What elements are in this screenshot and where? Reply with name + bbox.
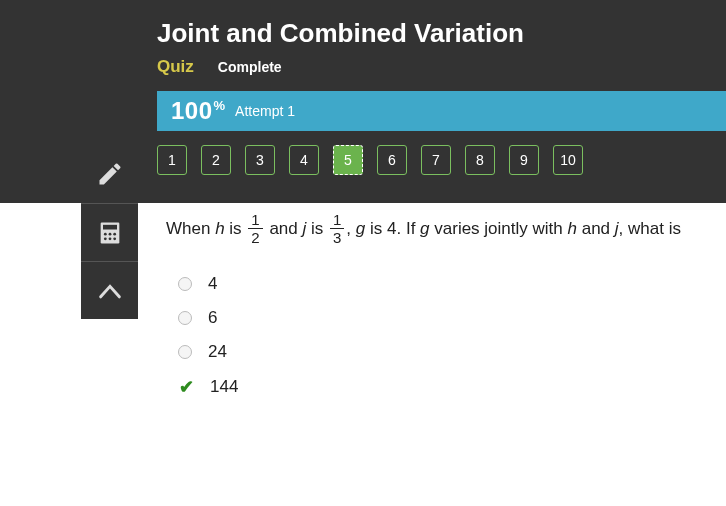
svg-point-3: [108, 232, 111, 235]
qnav-4[interactable]: 4: [289, 145, 319, 175]
calculator-tool[interactable]: [81, 203, 138, 261]
svg-point-2: [103, 232, 106, 235]
radio-icon: [178, 345, 192, 359]
svg-point-4: [113, 232, 116, 235]
question-text: When h is 12 and j is 13, g is 4. If g v…: [166, 213, 726, 246]
compass-tool[interactable]: [81, 261, 138, 319]
question-nav: 1 2 3 4 5 6 7 8 9 10: [81, 131, 726, 189]
radio-icon: [178, 277, 192, 291]
qnav-9[interactable]: 9: [509, 145, 539, 175]
score-value: 100: [171, 97, 213, 125]
header: Joint and Combined Variation Quiz Comple…: [0, 0, 726, 77]
svg-point-5: [103, 237, 106, 240]
qnav-6[interactable]: 6: [377, 145, 407, 175]
answer-label: 24: [208, 342, 227, 362]
svg-point-6: [108, 237, 111, 240]
qnav-5[interactable]: 5: [333, 145, 363, 175]
svg-point-7: [113, 237, 116, 240]
qnav-3[interactable]: 3: [245, 145, 275, 175]
score-percent: %: [214, 98, 226, 113]
qnav-1[interactable]: 1: [157, 145, 187, 175]
answer-label: 4: [208, 274, 217, 294]
tool-sidebar: [81, 145, 138, 319]
score-bar: 100% Attempt 1: [157, 91, 726, 131]
answer-option[interactable]: ✔ 144: [178, 376, 726, 398]
answer-option[interactable]: 24: [178, 342, 726, 362]
check-icon: ✔: [178, 376, 194, 398]
quiz-label: Quiz: [157, 57, 194, 77]
radio-icon: [178, 311, 192, 325]
page-title: Joint and Combined Variation: [157, 18, 726, 49]
qnav-10[interactable]: 10: [553, 145, 583, 175]
pencil-icon: [96, 160, 124, 188]
pencil-tool[interactable]: [81, 145, 138, 203]
answer-list: 4 6 24 ✔ 144: [178, 274, 726, 398]
answer-label: 144: [210, 377, 238, 397]
qnav-2[interactable]: 2: [201, 145, 231, 175]
compass-icon: [96, 277, 124, 305]
qnav-7[interactable]: 7: [421, 145, 451, 175]
status-label: Complete: [218, 59, 282, 75]
question-content: When h is 12 and j is 13, g is 4. If g v…: [138, 189, 726, 398]
answer-option[interactable]: 4: [178, 274, 726, 294]
svg-rect-1: [103, 224, 117, 229]
answer-option[interactable]: 6: [178, 308, 726, 328]
attempt-label: Attempt 1: [235, 103, 295, 119]
answer-label: 6: [208, 308, 217, 328]
calculator-icon: [96, 219, 124, 247]
qnav-8[interactable]: 8: [465, 145, 495, 175]
